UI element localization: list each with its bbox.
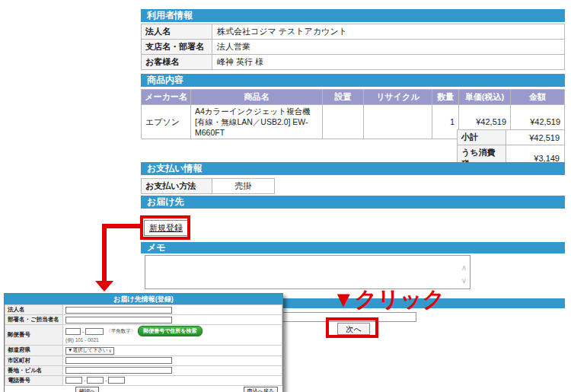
popup-title: お届け先情報(登録) <box>5 294 282 304</box>
popup-zip2-input[interactable] <box>85 328 104 335</box>
postal-search-button[interactable]: 郵便番号で住所を検索 <box>138 326 202 336</box>
table-row: 電話番号 - - <box>5 375 282 385</box>
delivery-address-popup: お届け先情報(登録) 法人名 部署名・ご担当者名 郵便番号 - 〈半角数字〉 <box>4 293 283 392</box>
table-header-row: メーカー名 商品名 設置 リサイクル 数量 単価(税込) 金額 <box>142 90 565 105</box>
red-arrow-down-icon <box>95 281 113 292</box>
popup-form-table: 法人名 部署名・ご担当者名 郵便番号 - 〈半角数字〉 郵便番号で住所を検索 <box>5 304 282 386</box>
table-row: お支払い方法 売掛 <box>142 179 275 194</box>
prefecture-select[interactable]: ▼選択して下さい ∨ <box>65 347 114 355</box>
product-name-cell: A4カラーインクジェット複合機[有線・無線LAN／USB2.0] EW-M660… <box>191 105 323 139</box>
popup-addr-label: 番地・ビル名 <box>5 365 63 375</box>
popup-tel1-input[interactable] <box>65 377 82 384</box>
popup-zip1-input[interactable] <box>65 328 81 335</box>
install-column-header: 設置 <box>323 90 364 105</box>
table-row: 部署名・ご担当者名 <box>5 315 282 325</box>
popup-footer: 確認へ 申込へ戻る <box>5 386 282 392</box>
customer-name-value: 峰神 英行 様 <box>212 55 565 70</box>
install-cell <box>323 105 364 139</box>
user-info-table: 法人名 株式会社コジマ テストアカウント 支店名・部署名 法人営業 お客様名 峰… <box>141 24 565 70</box>
order-confirmation-page: 利用者情報 法人名 株式会社コジマ テストアカウント 支店名・部署名 法人営業 … <box>0 0 571 392</box>
red-arrow-horizontal <box>102 224 141 228</box>
tel-separator: - <box>105 378 107 383</box>
scroll-up-icon[interactable]: ∧ <box>461 264 467 272</box>
popup-dept-label: 部署名・ご担当者名 <box>5 315 63 325</box>
register-highlight-box <box>140 215 190 240</box>
corp-name-value: 株式会社コジマ テストアカウント <box>212 24 565 40</box>
popup-corp-input[interactable] <box>65 307 172 314</box>
popup-addr-input[interactable] <box>65 367 172 374</box>
popup-postal-label: 郵便番号 <box>5 325 63 346</box>
delivery-section-header: お届け先 <box>141 196 565 209</box>
maker-column-header: メーカー名 <box>142 90 191 105</box>
popup-city-input[interactable] <box>65 357 172 364</box>
payment-section-header: お支払い情報 <box>141 162 565 175</box>
zip-separator: - <box>82 329 84 334</box>
table-row: 郵便番号 - 〈半角数字〉 郵便番号で住所を検索 (例) 101 - 0021 <box>5 325 282 346</box>
amount-column-header: 金額 <box>511 90 565 105</box>
payment-method-value: 売掛 <box>212 179 275 194</box>
table-row: 小計 ¥42,519 <box>458 130 565 145</box>
payment-table: お支払い方法 売掛 <box>141 178 275 194</box>
prefecture-selected-option: ▼選択して下さい <box>68 347 108 354</box>
subtotal-label: 小計 <box>458 130 506 145</box>
popup-pref-label: 都道府県 <box>5 346 63 356</box>
table-row: 支店名・部署名 法人営業 <box>142 40 565 55</box>
payment-method-label: お支払い方法 <box>142 179 212 194</box>
table-row: 市区町村 <box>5 355 282 365</box>
popup-back-button[interactable]: 申込へ戻る <box>244 387 278 392</box>
table-row: 法人名 <box>5 305 282 315</box>
popup-city-label: 市区町村 <box>5 355 63 365</box>
table-row: お客様名 峰神 英行 様 <box>142 55 565 70</box>
popup-confirm-button[interactable]: 確認へ <box>75 387 99 392</box>
corp-name-label: 法人名 <box>142 24 212 40</box>
click-annotation: ▼クリック <box>333 285 445 315</box>
user-info-section-header: 利用者情報 <box>141 9 565 22</box>
branch-dept-label: 支店名・部署名 <box>142 40 212 55</box>
popup-dept-input[interactable] <box>65 317 172 323</box>
unit-price-column-header: 単価(税込) <box>459 90 511 105</box>
subtotal-value: ¥42,519 <box>506 130 565 145</box>
next-highlight-box <box>326 317 378 338</box>
red-arrow-vertical <box>102 224 107 281</box>
popup-tel2-input[interactable] <box>87 377 104 384</box>
scroll-down-icon[interactable]: ∨ <box>461 277 467 285</box>
product-section-header: 商品内容 <box>141 74 565 87</box>
popup-corp-label: 法人名 <box>5 305 63 315</box>
memo-section-header: メモ <box>141 242 565 253</box>
popup-tel-label: 電話番号 <box>5 375 63 385</box>
product-name-column-header: 商品名 <box>191 90 323 105</box>
tel-separator: - <box>84 378 85 383</box>
qty-column-header: 数量 <box>432 90 459 105</box>
maker-cell: エプソン <box>142 105 191 139</box>
customer-name-label: お客様名 <box>142 55 212 70</box>
qty-cell: 1 <box>432 105 459 139</box>
postal-format-hint: 〈半角数字〉 <box>106 328 136 335</box>
postal-example: (例) 101 - 0021 <box>65 337 279 344</box>
branch-dept-value: 法人営業 <box>212 40 565 55</box>
recycle-cell <box>364 105 432 139</box>
table-row: 都道府県 ▼選択して下さい ∨ <box>5 346 282 356</box>
recycle-column-header: リサイクル <box>364 90 432 105</box>
table-row: 法人名 株式会社コジマ テストアカウント <box>142 24 565 40</box>
table-row: 番地・ビル名 <box>5 365 282 375</box>
dropdown-arrow-icon: ∨ <box>108 348 112 354</box>
popup-tel3-input[interactable] <box>108 377 125 384</box>
